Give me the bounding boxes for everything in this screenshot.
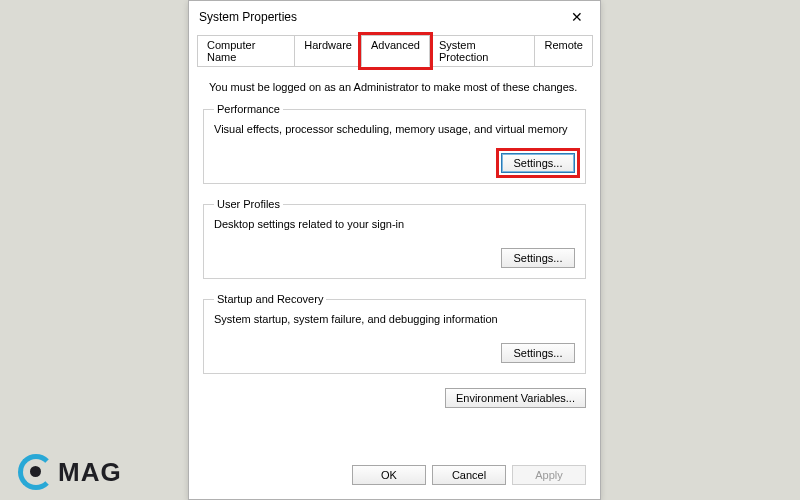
- tab-computer-name[interactable]: Computer Name: [197, 35, 295, 66]
- group-startup-recovery: Startup and Recovery System startup, sys…: [203, 293, 586, 374]
- performance-settings-highlight: Settings...: [501, 153, 575, 173]
- group-startup-legend: Startup and Recovery: [214, 293, 326, 305]
- group-user-profiles-legend: User Profiles: [214, 198, 283, 210]
- group-user-profiles-desc: Desktop settings related to your sign-in: [214, 218, 575, 230]
- titlebar: System Properties ✕: [189, 1, 600, 35]
- close-icon[interactable]: ✕: [562, 7, 592, 27]
- apply-button[interactable]: Apply: [512, 465, 586, 485]
- group-startup-desc: System startup, system failure, and debu…: [214, 313, 575, 325]
- user-profiles-settings-button[interactable]: Settings...: [501, 248, 575, 268]
- environment-variables-button[interactable]: Environment Variables...: [445, 388, 586, 408]
- window-title: System Properties: [199, 10, 297, 24]
- cancel-button[interactable]: Cancel: [432, 465, 506, 485]
- tab-advanced[interactable]: Advanced: [361, 35, 430, 67]
- tab-content: You must be logged on as an Administrato…: [189, 67, 600, 418]
- tab-hardware[interactable]: Hardware: [294, 35, 362, 66]
- tab-system-protection[interactable]: System Protection: [429, 35, 536, 66]
- group-performance-desc: Visual effects, processor scheduling, me…: [214, 123, 575, 135]
- tab-remote[interactable]: Remote: [534, 35, 593, 66]
- group-user-profiles: User Profiles Desktop settings related t…: [203, 198, 586, 279]
- dialog-buttons: OK Cancel Apply: [340, 457, 598, 493]
- group-performance: Performance Visual effects, processor sc…: [203, 103, 586, 184]
- admin-note: You must be logged on as an Administrato…: [209, 81, 580, 93]
- system-properties-window: System Properties ✕ Computer Name Hardwa…: [188, 0, 601, 500]
- logo-text: MAG: [58, 457, 122, 488]
- group-performance-legend: Performance: [214, 103, 283, 115]
- startup-settings-button[interactable]: Settings...: [501, 343, 575, 363]
- performance-settings-button[interactable]: Settings...: [501, 153, 575, 173]
- logo-icon: [18, 454, 54, 490]
- ok-button[interactable]: OK: [352, 465, 426, 485]
- tab-strip: Computer Name Hardware Advanced System P…: [197, 35, 592, 67]
- watermark-logo: MAG: [18, 454, 122, 490]
